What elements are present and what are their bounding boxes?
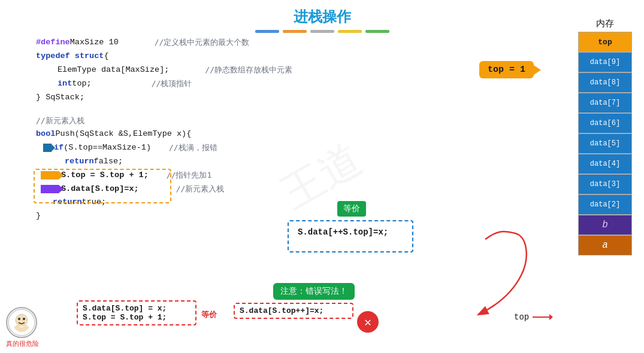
- kw-typedef: typedef struct: [36, 50, 104, 63]
- mem-cell-top: top: [578, 32, 632, 52]
- dengjiia-label-2: 等价: [201, 309, 217, 320]
- code-brace-open: {: [104, 50, 108, 63]
- code-elemtype: ElemType data[MaxSize];: [58, 63, 169, 77]
- code-close-brace: }: [36, 209, 41, 223]
- dengjiia-label-1: 等价: [337, 201, 366, 217]
- code-maxsize: MaxSize 10: [70, 36, 119, 50]
- mascot-face: [6, 307, 37, 338]
- mem-cell-data4: data[4]: [578, 154, 632, 174]
- code-area: #define MaxSize 10 //定义栈中元素的最大个数 typedef…: [36, 36, 292, 223]
- mem-cell-data9: data[9]: [578, 52, 632, 72]
- cross-icon: ✕: [357, 311, 379, 333]
- equiv-code-text: S.data[++S.top]=x;: [298, 227, 388, 237]
- notice-label: 注意：错误写法！: [273, 283, 355, 300]
- code-if-cond: (S.top==MaxSize-1): [64, 141, 151, 155]
- page-title: 进栈操作: [0, 7, 644, 26]
- bottom-code-line2: S.top = S.top + 1;: [83, 313, 191, 322]
- code-push-sig: Push(SqStack &S,ElemType x){: [55, 127, 191, 141]
- spacer-1: [36, 105, 292, 114]
- arrow-purple-icon: [41, 185, 59, 193]
- arrow-blue-icon: [43, 144, 52, 152]
- mem-cell-data8: data[8]: [578, 72, 632, 93]
- code-line-12: }: [36, 209, 292, 223]
- code-false: false;: [94, 155, 123, 169]
- kw-bool: bool: [36, 127, 55, 141]
- bar-4: [338, 30, 362, 33]
- code-line-1: #define MaxSize 10 //定义栈中元素的最大个数: [36, 36, 292, 50]
- mem-cell-data3: data[3]: [578, 174, 632, 194]
- code-top: top;: [72, 77, 91, 91]
- mascot-svg: [7, 308, 36, 337]
- kw-if: if: [54, 141, 64, 155]
- bottom-left-code-box: S.data[S.top] = x; S.top = S.top + 1;: [77, 300, 196, 325]
- code-line-2: typedef struct {: [36, 50, 292, 63]
- comment-4: //栈顶指针: [152, 77, 192, 90]
- top-bubble: top = 1: [479, 61, 534, 78]
- code-sqstack: } SqStack;: [36, 91, 84, 105]
- code-line-3: ElemType data[MaxSize]; //静态数组存放栈中元素: [36, 63, 292, 77]
- mascot-area: 真的很危险: [6, 307, 39, 348]
- comment-1: //定义栈中元素的最大个数: [155, 36, 250, 49]
- comment-8: //栈满，报错: [169, 141, 217, 154]
- bar-5: [365, 30, 389, 33]
- kw-return-false: return: [65, 155, 94, 169]
- top-pointer-area: top: [514, 312, 549, 322]
- bottom-right-code-box: S.data[S.top++]=x;: [234, 303, 353, 319]
- memory-stack: top data[9] data[8] data[7] data[6] data…: [578, 32, 632, 255]
- code-line-9: return false;: [36, 155, 292, 169]
- mem-cell-b: b: [578, 215, 632, 235]
- bottom-code-line1: S.data[S.top] = x;: [83, 304, 191, 313]
- comment-10a: //指针先加1: [167, 169, 211, 182]
- code-line-8: if (S.top==MaxSize-1) //栈满，报错: [36, 141, 292, 155]
- code-line-5: } SqStack;: [36, 91, 292, 105]
- memory-label: 内存: [578, 18, 632, 29]
- top-arrow-right-icon: [533, 317, 549, 318]
- svg-point-1: [16, 314, 28, 326]
- bar-3: [310, 30, 334, 33]
- mem-cell-data6: data[6]: [578, 113, 632, 133]
- bar-1: [255, 30, 279, 33]
- title-area: 进栈操作: [0, 0, 644, 33]
- code-line-6: //新元素入栈: [36, 114, 292, 127]
- code-line-7: bool Push(SqStack &S,ElemType x){: [36, 127, 292, 141]
- kw-int: int: [58, 77, 72, 91]
- mem-cell-data2: data[2]: [578, 194, 632, 215]
- mem-cell-data5: data[5]: [578, 133, 632, 154]
- mem-cell-a: a: [578, 235, 632, 255]
- comment-3: //静态数组存放栈中元素: [205, 63, 292, 77]
- comment-10b: //新元素入栈: [176, 182, 225, 196]
- comment-6: //新元素入栈: [36, 114, 84, 127]
- bottom-right-code-text: S.data[S.top++]=x;: [240, 306, 347, 315]
- svg-point-2: [18, 318, 20, 320]
- top-pointer-label: top: [514, 312, 529, 322]
- memory-area: 内存 top data[9] data[8] data[7] data[6] d…: [578, 18, 632, 255]
- lines-10-wrapper: S.top = S.top + 1; //指针先加1 S.data[S.top]…: [36, 169, 292, 196]
- mem-cell-data7: data[7]: [578, 93, 632, 113]
- arrow-yellow-icon: [41, 171, 59, 179]
- bar-2: [283, 30, 307, 33]
- mascot-label: 真的很危险: [6, 339, 39, 348]
- kw-define: #define: [36, 36, 70, 50]
- equiv-arrow-area: 等价: [201, 309, 217, 320]
- svg-point-3: [23, 318, 25, 320]
- code-line-4: int top; //栈顶指针: [36, 77, 292, 91]
- title-bars: [0, 30, 644, 33]
